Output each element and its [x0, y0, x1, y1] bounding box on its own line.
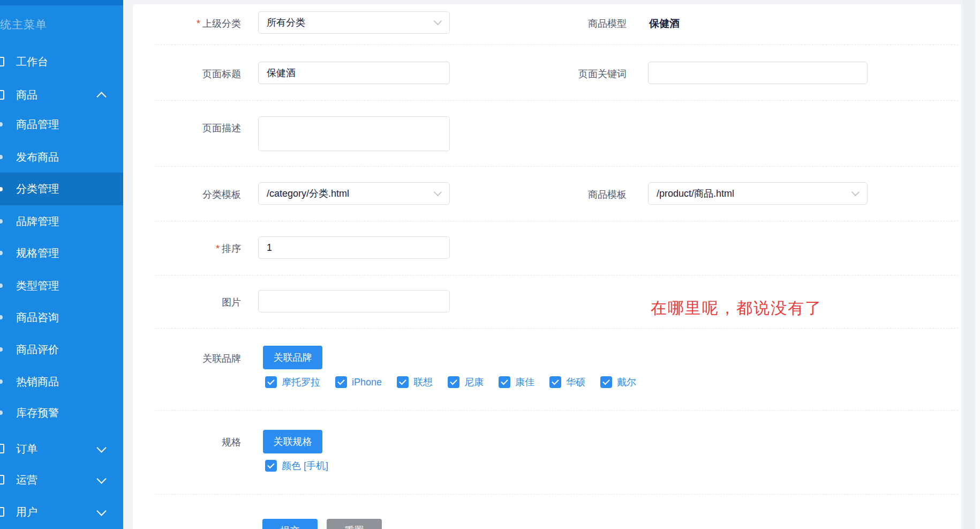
- row-page-description: 页面描述: [133, 100, 961, 166]
- checkbox-checked-icon[interactable]: [265, 460, 277, 472]
- sidebar-item-workbench[interactable]: 工作台: [0, 46, 123, 78]
- checkbox-checked-icon[interactable]: [448, 376, 459, 388]
- page-title-value: 保健酒: [267, 66, 296, 79]
- required-asterisk: *: [197, 18, 200, 29]
- page-description-label: 页面描述: [133, 122, 241, 135]
- bullet-icon: [0, 379, 3, 384]
- sidebar: 系统主菜单 工作台 商品 商品管理 发布商品 分类管理 品牌管理 规格管理 类型…: [0, 0, 123, 529]
- goods-icon: [0, 90, 4, 100]
- brand-checkbox-item[interactable]: 康佳: [499, 376, 534, 389]
- product-template-select[interactable]: /product/商品.html: [648, 182, 868, 205]
- scrollbar-track[interactable]: [963, 0, 975, 529]
- chevron-down-icon: [96, 506, 106, 516]
- required-asterisk: *: [216, 243, 220, 254]
- product-template-value: /product/商品.html: [657, 187, 734, 200]
- reset-button[interactable]: 重置: [327, 519, 382, 529]
- checkbox-checked-icon[interactable]: [549, 376, 561, 388]
- row-page-title: 页面标题 保健酒 页面关键词: [133, 44, 961, 100]
- row-footer-actions: 提交 重置: [133, 494, 961, 529]
- product-template-label: 商品模板: [508, 188, 627, 201]
- row-parent-category: *上级分类 所有分类 商品模型 保健酒: [133, 4, 961, 44]
- sort-label: *排序: [133, 242, 241, 255]
- checkbox-checked-icon[interactable]: [397, 376, 409, 388]
- row-templates: 分类模板 /category/分类.html 商品模板 /product/商品.…: [133, 166, 961, 221]
- bullet-icon: [0, 187, 3, 191]
- page-description-textarea[interactable]: [258, 116, 450, 151]
- chevron-down-icon: [96, 443, 106, 452]
- sidebar-item-stock-warning[interactable]: 库存预警: [0, 397, 123, 429]
- bullet-icon: [0, 251, 3, 255]
- page-title-input[interactable]: 保健酒: [258, 62, 450, 84]
- bullet-icon: [0, 315, 3, 319]
- workbench-icon: [0, 57, 4, 66]
- submit-button[interactable]: 提交: [262, 519, 318, 529]
- associate-brands-button[interactable]: 关联品牌: [263, 346, 322, 369]
- bullet-icon: [0, 284, 3, 288]
- bullet-icon: [0, 155, 3, 159]
- brand-checkbox-item[interactable]: 华硕: [549, 376, 585, 389]
- row-sort: *排序 1: [133, 221, 961, 275]
- bullet-icon: [0, 219, 3, 223]
- sidebar-item-operations[interactable]: 运营: [0, 464, 123, 496]
- parent-category-label: *上级分类: [133, 17, 241, 30]
- spec-checkbox-item[interactable]: 颜色 [手机]: [265, 459, 328, 472]
- brand-checkbox-item[interactable]: 戴尔: [600, 376, 636, 389]
- sidebar-item-orders[interactable]: 订单: [0, 433, 123, 465]
- sidebar-item-goods-inquiry[interactable]: 商品咨询: [0, 301, 123, 333]
- category-template-value: /category/分类.html: [267, 187, 349, 200]
- sidebar-item-type-manage[interactable]: 类型管理: [0, 270, 123, 302]
- sort-input[interactable]: 1: [258, 236, 450, 259]
- checkbox-checked-icon[interactable]: [265, 376, 277, 388]
- product-model-label: 商品模型: [508, 17, 627, 30]
- chevron-up-icon: [96, 92, 106, 101]
- sidebar-item-users[interactable]: 用户: [0, 496, 123, 528]
- bullet-icon: [0, 411, 3, 415]
- operations-icon: [0, 475, 4, 485]
- sidebar-item-goods[interactable]: 商品: [0, 79, 123, 111]
- row-specs: 规格 关联规格 颜色 [手机]: [133, 410, 961, 494]
- page-keywords-label: 页面关键词: [508, 68, 627, 80]
- sidebar-item-category-manage[interactable]: 分类管理: [0, 173, 123, 205]
- bullet-icon: [0, 122, 3, 126]
- parent-category-select[interactable]: 所有分类: [258, 11, 450, 34]
- brands-checkbox-row: 摩托罗拉 iPhone 联想 尼康 康佳 华硕: [265, 376, 651, 389]
- row-image: 图片: [133, 275, 961, 328]
- bullet-icon: [0, 347, 3, 352]
- brand-checkbox-item[interactable]: 尼康: [448, 376, 484, 389]
- brands-label: 关联品牌: [133, 352, 241, 365]
- brand-checkbox-item[interactable]: iPhone: [335, 376, 382, 388]
- image-input[interactable]: [258, 290, 450, 312]
- brand-checkbox-item[interactable]: 摩托罗拉: [265, 376, 320, 389]
- chevron-down-icon: [434, 17, 442, 26]
- category-template-select[interactable]: /category/分类.html: [258, 182, 450, 205]
- category-form-card: *上级分类 所有分类 商品模型 保健酒 页面标题 保健酒 页面关键词 页面描述 …: [133, 4, 961, 529]
- sidebar-item-publish-goods[interactable]: 发布商品: [0, 141, 123, 173]
- orders-icon: [0, 444, 4, 453]
- page-title-label: 页面标题: [133, 68, 241, 80]
- sidebar-item-goods-manage[interactable]: 商品管理: [0, 108, 123, 140]
- specs-checkbox-row: 颜色 [手机]: [265, 459, 343, 472]
- sort-value: 1: [267, 242, 272, 254]
- sidebar-item-hot-goods[interactable]: 热销商品: [0, 366, 123, 398]
- chevron-down-icon: [434, 188, 442, 197]
- specs-label: 规格: [133, 436, 241, 449]
- sidebar-top-strip: [0, 0, 123, 5]
- brand-checkbox-item[interactable]: 联想: [397, 376, 433, 389]
- sidebar-item-spec-manage[interactable]: 规格管理: [0, 237, 123, 269]
- checkbox-checked-icon[interactable]: [600, 376, 612, 388]
- parent-category-value: 所有分类: [267, 16, 305, 29]
- users-icon: [0, 507, 4, 517]
- category-edit-page: { "sidebar": { "title": "系统主菜单", "items"…: [0, 0, 980, 529]
- sidebar-title: 系统主菜单: [0, 17, 47, 32]
- scrollbar-edge: [975, 0, 980, 529]
- category-template-label: 分类模板: [133, 188, 241, 201]
- associate-specs-button[interactable]: 关联规格: [263, 430, 322, 453]
- image-label: 图片: [133, 296, 241, 309]
- checkbox-checked-icon[interactable]: [499, 376, 510, 388]
- sidebar-item-goods-review[interactable]: 商品评价: [0, 333, 123, 366]
- page-keywords-input[interactable]: [648, 62, 868, 84]
- row-brands: 关联品牌 关联品牌 摩托罗拉 iPhone 联想 尼康 康佳: [133, 328, 961, 410]
- chevron-down-icon: [96, 474, 106, 483]
- checkbox-checked-icon[interactable]: [335, 376, 347, 388]
- sidebar-item-brand-manage[interactable]: 品牌管理: [0, 205, 123, 237]
